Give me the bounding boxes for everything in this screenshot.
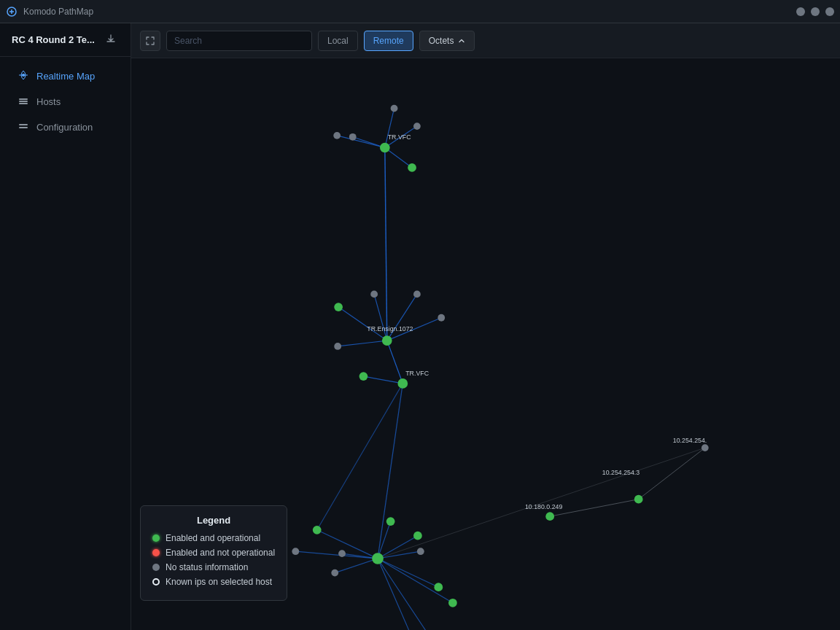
node-tr-ensign-1072[interactable]	[382, 335, 392, 346]
satellite-node[interactable]	[333, 132, 341, 139]
svg-rect-6	[19, 127, 28, 128]
legend-label-enabled-operational: Enabled and operational	[166, 533, 260, 543]
satellite-node[interactable]	[448, 599, 457, 607]
sidebar-header: RC 4 Round 2 Te...	[0, 23, 131, 57]
local-label: Local	[327, 36, 349, 46]
close-button[interactable]: ✕	[825, 7, 834, 16]
satellite-node[interactable]	[386, 517, 395, 526]
sidebar-item-configuration[interactable]: Configuration	[6, 115, 125, 139]
node-ip-10-254-254-3[interactable]	[634, 495, 643, 504]
svg-rect-4	[19, 103, 28, 104]
cluster-hub-node[interactable]	[372, 553, 384, 564]
satellite-node[interactable]	[334, 303, 343, 311]
svg-text:10.254.254.: 10.254.254.	[673, 437, 707, 444]
legend-item-known-ips: Known ips on selected host	[152, 577, 275, 587]
sidebar-item-label: Realtime Map	[36, 71, 95, 82]
svg-line-19	[363, 376, 402, 384]
node-ip-10-180-0-249[interactable]	[545, 512, 554, 521]
window-controls: – □ ✕	[796, 7, 834, 16]
legend-dot-red	[152, 549, 160, 556]
satellite-node[interactable]	[408, 163, 416, 172]
sidebar-item-hosts[interactable]: Hosts	[6, 90, 125, 114]
app-icon	[6, 6, 18, 18]
titlebar: Komodo PathMap – □ ✕	[0, 0, 840, 23]
svg-text:TR.Ensign.1072: TR.Ensign.1072	[367, 325, 413, 332]
svg-line-20	[317, 384, 403, 530]
satellite-node[interactable]	[413, 532, 422, 540]
svg-line-33	[550, 499, 639, 517]
maximize-button[interactable]: □	[811, 7, 820, 16]
satellite-node[interactable]	[413, 291, 421, 298]
app-title: Komodo PathMap	[23, 7, 834, 17]
fullscreen-button[interactable]	[140, 31, 160, 51]
legend-dot-green	[152, 534, 160, 542]
sidebar: RC 4 Round 2 Te... Realtime Map	[0, 23, 131, 630]
octets-label: Octets	[429, 36, 454, 46]
svg-line-12	[385, 148, 387, 341]
svg-line-15	[338, 307, 387, 341]
satellite-node[interactable]	[334, 343, 341, 350]
satellite-node[interactable]	[391, 105, 398, 112]
satellite-node[interactable]	[349, 133, 357, 141]
sidebar-item-label: Hosts	[36, 96, 61, 107]
remote-filter-button[interactable]: Remote	[364, 31, 413, 51]
svg-line-32	[378, 559, 435, 630]
legend-title: Legend	[152, 515, 275, 526]
satellite-node[interactable]	[359, 372, 368, 381]
satellite-node[interactable]	[338, 550, 346, 557]
toolbar: Local Remote Octets	[131, 23, 840, 58]
chevron-up-icon	[458, 37, 465, 44]
legend-dot-white-ring	[152, 578, 160, 586]
satellite-node[interactable]	[292, 548, 299, 555]
satellite-node[interactable]	[331, 569, 338, 577]
sidebar-navigation: Realtime Map Hosts	[0, 57, 131, 147]
sidebar-item-realtime-map[interactable]: Realtime Map	[6, 64, 125, 88]
local-filter-button[interactable]: Local	[318, 31, 358, 51]
octets-button[interactable]: Octets	[419, 31, 475, 51]
svg-line-30	[378, 559, 453, 603]
minimize-button[interactable]: –	[796, 7, 805, 16]
svg-line-11	[385, 148, 412, 168]
svg-rect-3	[19, 101, 28, 102]
app-body: RC 4 Round 2 Te... Realtime Map	[0, 23, 840, 630]
legend-item-enabled-not-operational: Enabled and not operational	[152, 548, 275, 558]
svg-line-17	[338, 341, 387, 346]
svg-line-23	[378, 521, 391, 559]
svg-line-27	[335, 559, 378, 573]
svg-text:TR.VFC: TR.VFC	[388, 133, 411, 141]
satellite-node[interactable]	[313, 526, 322, 534]
svg-line-21	[378, 384, 402, 559]
svg-rect-2	[19, 98, 28, 100]
remote-label: Remote	[373, 36, 404, 46]
svg-text:10.180.0.249: 10.180.0.249	[525, 503, 563, 510]
legend-label-enabled-not-operational: Enabled and not operational	[166, 548, 275, 558]
svg-text:10.254.254.3: 10.254.254.3	[602, 469, 640, 476]
svg-line-34	[639, 448, 705, 499]
fullscreen-icon	[146, 36, 155, 45]
network-map[interactable]: TR.VFC TR.Ensign.1072 TR.VFC 10.254.254.…	[131, 58, 840, 630]
sidebar-item-label: Configuration	[36, 122, 93, 133]
svg-line-14	[387, 294, 417, 341]
svg-line-8	[385, 109, 394, 148]
main-content: Local Remote Octets	[131, 23, 840, 630]
svg-rect-5	[19, 124, 28, 125]
legend-label-no-status: No status information	[166, 562, 248, 572]
search-input[interactable]	[166, 31, 312, 51]
satellite-node[interactable]	[370, 291, 378, 298]
svg-line-13	[374, 294, 387, 341]
svg-line-10	[337, 136, 385, 148]
legend-item-no-status: No status information	[152, 562, 275, 572]
node-ip-10-254-254[interactable]	[701, 444, 709, 451]
node-tr-vfc-mid[interactable]	[397, 378, 408, 389]
node-tr-vfc-top[interactable]	[380, 143, 390, 153]
satellite-node[interactable]	[438, 314, 445, 322]
project-title: RC 4 Round 2 Te...	[12, 34, 95, 45]
export-button[interactable]	[103, 32, 119, 47]
configuration-icon	[18, 121, 29, 133]
satellite-node[interactable]	[417, 548, 424, 555]
hosts-icon	[18, 96, 29, 108]
legend-label-known-ips: Known ips on selected host	[166, 577, 272, 587]
map-legend: Legend Enabled and operational Enabled a…	[140, 505, 287, 601]
satellite-node[interactable]	[434, 583, 443, 591]
satellite-node[interactable]	[413, 122, 421, 130]
